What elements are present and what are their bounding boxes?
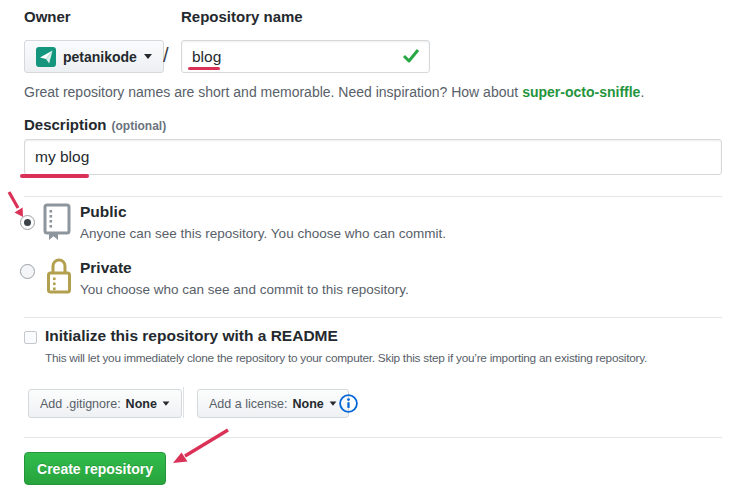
- description-optional-note: (optional): [112, 119, 167, 133]
- description-label: Description: [24, 116, 107, 133]
- initialize-readme-note: This will let you immediately clone the …: [45, 351, 647, 365]
- private-option-label[interactable]: Private: [80, 259, 132, 277]
- add-gitignore-dropdown[interactable]: Add .gitignore: None: [28, 389, 182, 418]
- hint-period: .: [640, 84, 644, 100]
- public-option-description: Anyone can see this repository. You choo…: [80, 226, 446, 241]
- initialize-readme-checkbox[interactable]: [24, 331, 37, 344]
- radio-dot: [24, 219, 31, 226]
- new-repository-form: Owner Repository name petanikode / Great…: [0, 0, 739, 503]
- section-divider: [24, 437, 722, 438]
- owner-avatar-icon: [36, 47, 56, 67]
- initialize-readme-label[interactable]: Initialize this repository with a README: [45, 327, 338, 345]
- add-license-dropdown[interactable]: Add a license: None: [197, 389, 349, 418]
- repo-name-hint: Great repository names are short and mem…: [24, 84, 644, 100]
- owner-repo-separator: /: [163, 44, 169, 67]
- valid-check-icon: [402, 48, 420, 64]
- red-arrow-annotation: [168, 426, 234, 468]
- private-radio[interactable]: [20, 264, 35, 279]
- license-label: Add a license:: [209, 397, 288, 411]
- owner-label: Owner: [24, 8, 71, 25]
- create-repository-button[interactable]: Create repository: [24, 452, 166, 485]
- section-divider: [24, 196, 722, 197]
- owner-dropdown[interactable]: petanikode: [24, 40, 164, 73]
- gitignore-label: Add .gitignore:: [40, 397, 121, 411]
- gitignore-value: None: [126, 397, 157, 411]
- suggested-repo-name-link[interactable]: super-octo-sniffle: [522, 84, 640, 100]
- public-option-label[interactable]: Public: [80, 203, 127, 221]
- section-divider: [24, 317, 722, 318]
- red-underline-annotation: [20, 174, 89, 178]
- chevron-down-icon: [162, 401, 169, 405]
- private-option-description: You choose who can see and commit to thi…: [80, 282, 409, 297]
- vertical-divider: [183, 387, 184, 418]
- red-underline-annotation: [188, 67, 220, 70]
- owner-name: petanikode: [63, 49, 137, 65]
- create-repository-label: Create repository: [37, 461, 153, 477]
- license-value: None: [293, 397, 324, 411]
- repo-book-icon: [42, 203, 72, 241]
- public-radio[interactable]: [20, 215, 35, 230]
- repository-name-label: Repository name: [181, 8, 303, 25]
- description-input[interactable]: [24, 139, 722, 175]
- chevron-down-icon: [144, 54, 152, 59]
- chevron-down-icon: [329, 401, 336, 405]
- lock-icon: [44, 256, 74, 296]
- description-label-row: Description(optional): [24, 116, 166, 134]
- info-icon[interactable]: [338, 393, 359, 414]
- hint-text: Great repository names are short and mem…: [24, 84, 518, 100]
